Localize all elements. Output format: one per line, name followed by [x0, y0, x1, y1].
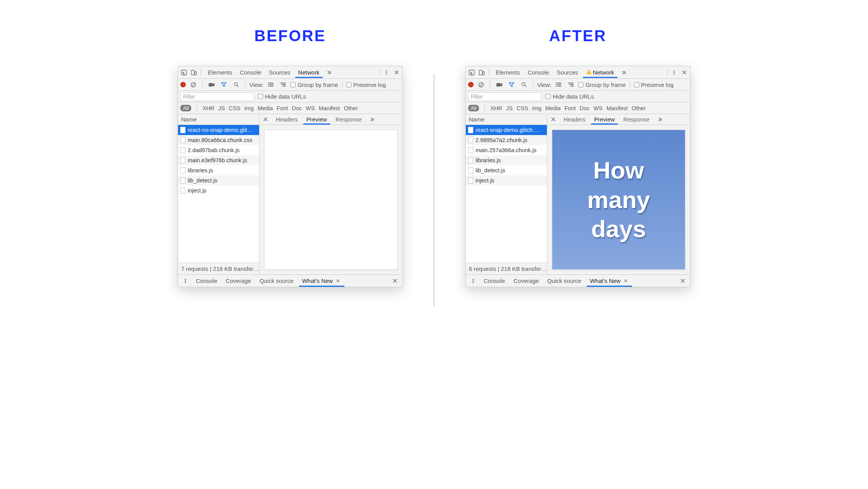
close-devtools-icon[interactable] — [679, 68, 689, 78]
drawer-tab-coverage[interactable]: Coverage — [223, 275, 254, 286]
tab-preview[interactable]: Preview — [303, 114, 330, 125]
filter-img[interactable]: Img — [244, 105, 254, 111]
request-row[interactable]: inject.js — [178, 186, 259, 196]
more-tabs-icon[interactable] — [619, 68, 629, 78]
filter-manifest[interactable]: Manifest — [319, 105, 340, 111]
camera-icon[interactable] — [494, 80, 504, 90]
tab-console[interactable]: Console — [525, 67, 552, 78]
close-tab-icon[interactable]: × — [334, 277, 341, 284]
hide-data-urls-checkbox[interactable]: Hide data URLs — [258, 93, 306, 100]
camera-icon[interactable] — [206, 80, 216, 90]
record-button[interactable] — [468, 82, 474, 87]
drawer-tab-coverage[interactable]: Coverage — [510, 275, 542, 286]
request-row[interactable]: main.e3ef976b.chunk.js — [178, 155, 259, 165]
filter-doc[interactable]: Doc — [292, 105, 302, 111]
tab-preview[interactable]: Preview — [591, 114, 618, 125]
view-waterfall-icon[interactable] — [278, 80, 288, 90]
close-detail-icon[interactable] — [260, 114, 270, 125]
search-icon[interactable] — [519, 80, 529, 90]
filter-funnel-icon[interactable] — [507, 80, 517, 90]
search-icon[interactable] — [231, 80, 241, 90]
drawer-menu-icon[interactable] — [468, 276, 478, 286]
tab-console[interactable]: Console — [237, 67, 265, 78]
close-tab-icon[interactable]: × — [622, 277, 629, 284]
drawer-tab-whats-new[interactable]: What's New × — [587, 275, 632, 287]
filter-input[interactable]: Filter — [180, 92, 254, 101]
drawer-tab-quick-source[interactable]: Quick source — [544, 275, 584, 286]
tab-response[interactable]: Response — [620, 114, 653, 124]
filter-js[interactable]: JS — [506, 105, 513, 111]
tab-headers[interactable]: Headers — [273, 114, 301, 124]
clear-icon[interactable] — [476, 80, 486, 90]
filter-xhr[interactable]: XHR — [202, 105, 214, 111]
drawer-tab-whats-new[interactable]: What's New × — [299, 275, 344, 287]
request-row[interactable]: libraries.js — [466, 155, 547, 165]
filter-manifest[interactable]: Manifest — [607, 105, 628, 111]
filter-font[interactable]: Font — [277, 105, 288, 111]
record-button[interactable] — [180, 82, 186, 87]
request-row[interactable]: 2.9895a7a2.chunk.js — [466, 135, 547, 145]
device-toggle-icon[interactable] — [477, 68, 487, 78]
column-header-name[interactable]: Name — [466, 114, 547, 125]
close-devtools-icon[interactable] — [391, 68, 401, 78]
more-detail-tabs-icon[interactable] — [367, 114, 377, 125]
filter-media[interactable]: Media — [258, 105, 273, 111]
filter-js[interactable]: JS — [218, 105, 225, 111]
filter-other[interactable]: Other — [631, 105, 645, 111]
preserve-log-checkbox[interactable]: Preserve log — [346, 82, 386, 88]
request-row[interactable]: inject.js — [466, 175, 547, 186]
tab-sources[interactable]: Sources — [554, 67, 581, 78]
request-row[interactable]: react-no-snap-demo.glit… — [178, 125, 259, 135]
more-tabs-icon[interactable] — [324, 68, 334, 78]
preserve-log-checkbox[interactable]: Preserve log — [634, 82, 674, 88]
hide-data-urls-checkbox[interactable]: Hide data URLs — [546, 93, 594, 100]
inspect-icon[interactable] — [179, 68, 189, 78]
tab-headers[interactable]: Headers — [560, 114, 589, 124]
filter-ws[interactable]: WS — [593, 105, 602, 111]
filter-input[interactable]: Filter — [468, 92, 542, 101]
filter-img[interactable]: Img — [532, 105, 541, 111]
filter-all[interactable]: All — [180, 105, 191, 111]
inspect-icon[interactable] — [467, 68, 477, 78]
filter-media[interactable]: Media — [545, 105, 561, 111]
view-list-icon[interactable] — [553, 80, 564, 90]
tab-elements[interactable]: Elements — [205, 67, 235, 78]
kebab-menu-icon[interactable] — [381, 68, 391, 78]
tab-response[interactable]: Response — [332, 114, 365, 124]
close-drawer-icon[interactable] — [390, 276, 400, 286]
request-row[interactable]: main.257a366a.chunk.js — [466, 145, 547, 155]
close-drawer-icon[interactable] — [678, 276, 688, 286]
group-by-frame-checkbox[interactable]: Group by frame — [578, 82, 626, 88]
request-row[interactable]: main.80ca66ca.chunk.css — [178, 135, 259, 145]
filter-doc[interactable]: Doc — [580, 105, 590, 111]
column-header-name[interactable]: Name — [178, 114, 259, 125]
drawer-tab-console[interactable]: Console — [481, 275, 508, 286]
request-row[interactable]: libraries.js — [178, 165, 259, 175]
filter-font[interactable]: Font — [565, 105, 576, 111]
view-list-icon[interactable] — [266, 80, 276, 90]
device-toggle-icon[interactable] — [189, 68, 199, 78]
request-row[interactable]: 2.dad97bab.chunk.js — [178, 145, 259, 155]
kebab-menu-icon[interactable] — [669, 68, 679, 78]
filter-funnel-icon[interactable] — [219, 80, 229, 90]
filter-other[interactable]: Other — [344, 105, 358, 111]
view-waterfall-icon[interactable] — [566, 80, 576, 90]
group-by-frame-checkbox[interactable]: Group by frame — [290, 82, 338, 88]
tab-sources[interactable]: Sources — [266, 67, 294, 78]
filter-css[interactable]: CSS — [229, 105, 240, 111]
close-detail-icon[interactable] — [548, 114, 558, 125]
tab-elements[interactable]: Elements — [493, 67, 523, 78]
drawer-menu-icon[interactable] — [180, 276, 190, 286]
request-row[interactable]: react-snap-demo.glitch.… — [466, 125, 547, 135]
drawer-tab-console[interactable]: Console — [193, 275, 220, 286]
clear-icon[interactable] — [188, 80, 198, 90]
drawer-tab-quick-source[interactable]: Quick source — [256, 275, 297, 286]
tab-network[interactable]: Network — [295, 67, 323, 78]
filter-xhr[interactable]: XHR — [490, 105, 502, 111]
more-detail-tabs-icon[interactable] — [655, 114, 665, 125]
filter-css[interactable]: CSS — [517, 105, 528, 111]
request-row[interactable]: lib_detect.js — [466, 165, 547, 175]
filter-all[interactable]: All — [468, 105, 479, 111]
request-row[interactable]: lib_detect.js — [178, 175, 259, 186]
tab-network[interactable]: Network — [583, 67, 617, 78]
